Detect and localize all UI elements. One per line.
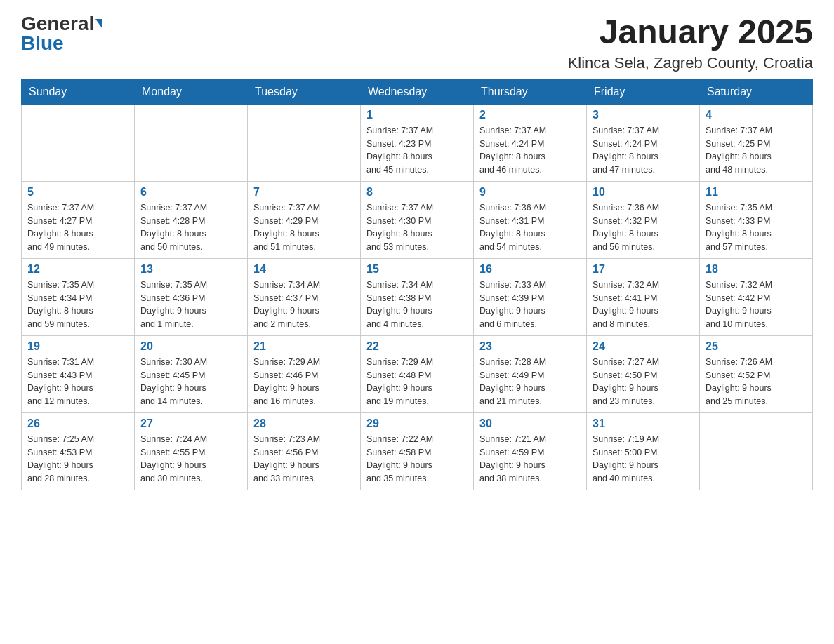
- logo-general-text: General: [21, 14, 94, 34]
- day-number: 15: [366, 263, 468, 276]
- calendar-cell: [22, 104, 135, 181]
- calendar-cell: 15Sunrise: 7:34 AM Sunset: 4:38 PM Dayli…: [361, 258, 474, 335]
- day-number: 4: [706, 109, 807, 121]
- day-number: 7: [253, 186, 355, 199]
- calendar-cell: 3Sunrise: 7:37 AM Sunset: 4:24 PM Daylig…: [587, 104, 700, 181]
- day-info: Sunrise: 7:37 AM Sunset: 4:23 PM Dayligh…: [366, 124, 468, 177]
- logo-arrow-icon: [95, 19, 102, 29]
- week-row-3: 12Sunrise: 7:35 AM Sunset: 4:34 PM Dayli…: [22, 258, 813, 335]
- day-number: 29: [366, 417, 468, 430]
- day-info: Sunrise: 7:29 AM Sunset: 4:46 PM Dayligh…: [253, 356, 355, 408]
- day-number: 16: [479, 263, 581, 276]
- calendar-cell: 28Sunrise: 7:23 AM Sunset: 4:56 PM Dayli…: [248, 412, 361, 490]
- day-number: 30: [479, 417, 581, 430]
- calendar-cell: 9Sunrise: 7:36 AM Sunset: 4:31 PM Daylig…: [474, 181, 587, 258]
- day-number: 18: [706, 263, 807, 276]
- day-info: Sunrise: 7:36 AM Sunset: 4:32 PM Dayligh…: [593, 201, 694, 254]
- day-info: Sunrise: 7:27 AM Sunset: 4:50 PM Dayligh…: [593, 356, 694, 408]
- day-number: 14: [253, 263, 355, 276]
- logo: General Blue: [21, 14, 102, 53]
- day-number: 25: [706, 340, 807, 353]
- calendar-cell: 6Sunrise: 7:37 AM Sunset: 4:28 PM Daylig…: [135, 181, 248, 258]
- day-info: Sunrise: 7:37 AM Sunset: 4:24 PM Dayligh…: [593, 124, 694, 177]
- day-info: Sunrise: 7:21 AM Sunset: 4:59 PM Dayligh…: [479, 433, 581, 485]
- day-number: 28: [253, 417, 355, 430]
- week-row-4: 19Sunrise: 7:31 AM Sunset: 4:43 PM Dayli…: [22, 335, 813, 412]
- calendar-cell: 14Sunrise: 7:34 AM Sunset: 4:37 PM Dayli…: [248, 258, 361, 335]
- day-number: 26: [27, 417, 128, 430]
- weekday-header-friday: Friday: [587, 79, 700, 104]
- weekday-header-sunday: Sunday: [22, 79, 135, 104]
- day-number: 8: [366, 186, 468, 199]
- day-info: Sunrise: 7:22 AM Sunset: 4:58 PM Dayligh…: [366, 433, 468, 485]
- page-header: General Blue January 2025 Klinca Sela, Z…: [21, 14, 813, 72]
- day-number: 10: [593, 186, 694, 199]
- day-info: Sunrise: 7:37 AM Sunset: 4:30 PM Dayligh…: [366, 201, 468, 254]
- calendar-cell: 26Sunrise: 7:25 AM Sunset: 4:53 PM Dayli…: [22, 412, 135, 490]
- calendar-cell: 23Sunrise: 7:28 AM Sunset: 4:49 PM Dayli…: [474, 335, 587, 412]
- day-info: Sunrise: 7:35 AM Sunset: 4:34 PM Dayligh…: [27, 279, 128, 331]
- day-info: Sunrise: 7:37 AM Sunset: 4:28 PM Dayligh…: [140, 201, 241, 254]
- day-number: 3: [593, 109, 694, 121]
- month-title: January 2025: [568, 14, 813, 51]
- day-info: Sunrise: 7:25 AM Sunset: 4:53 PM Dayligh…: [27, 433, 128, 485]
- calendar-cell: 20Sunrise: 7:30 AM Sunset: 4:45 PM Dayli…: [135, 335, 248, 412]
- week-row-5: 26Sunrise: 7:25 AM Sunset: 4:53 PM Dayli…: [22, 412, 813, 490]
- weekday-header-row: SundayMondayTuesdayWednesdayThursdayFrid…: [22, 79, 813, 104]
- calendar-cell: 5Sunrise: 7:37 AM Sunset: 4:27 PM Daylig…: [22, 181, 135, 258]
- day-info: Sunrise: 7:26 AM Sunset: 4:52 PM Dayligh…: [706, 356, 807, 408]
- day-number: 20: [140, 340, 241, 353]
- calendar-cell: 22Sunrise: 7:29 AM Sunset: 4:48 PM Dayli…: [361, 335, 474, 412]
- title-block: January 2025 Klinca Sela, Zagreb County,…: [568, 14, 813, 72]
- day-number: 17: [593, 263, 694, 276]
- day-info: Sunrise: 7:24 AM Sunset: 4:55 PM Dayligh…: [140, 433, 241, 485]
- day-info: Sunrise: 7:32 AM Sunset: 4:41 PM Dayligh…: [593, 279, 694, 331]
- calendar-cell: 16Sunrise: 7:33 AM Sunset: 4:39 PM Dayli…: [474, 258, 587, 335]
- day-number: 13: [140, 263, 241, 276]
- calendar-cell: 25Sunrise: 7:26 AM Sunset: 4:52 PM Dayli…: [700, 335, 813, 412]
- day-number: 5: [27, 186, 128, 199]
- day-info: Sunrise: 7:37 AM Sunset: 4:27 PM Dayligh…: [27, 201, 128, 254]
- calendar-cell: 17Sunrise: 7:32 AM Sunset: 4:41 PM Dayli…: [587, 258, 700, 335]
- day-info: Sunrise: 7:36 AM Sunset: 4:31 PM Dayligh…: [479, 201, 581, 254]
- day-number: 31: [593, 417, 694, 430]
- day-info: Sunrise: 7:32 AM Sunset: 4:42 PM Dayligh…: [706, 279, 807, 331]
- calendar-cell: [700, 412, 813, 490]
- day-number: 6: [140, 186, 241, 199]
- day-number: 19: [27, 340, 128, 353]
- day-info: Sunrise: 7:19 AM Sunset: 5:00 PM Dayligh…: [593, 433, 694, 485]
- calendar-cell: 27Sunrise: 7:24 AM Sunset: 4:55 PM Dayli…: [135, 412, 248, 490]
- day-info: Sunrise: 7:35 AM Sunset: 4:36 PM Dayligh…: [140, 279, 241, 331]
- day-number: 11: [706, 186, 807, 199]
- day-info: Sunrise: 7:31 AM Sunset: 4:43 PM Dayligh…: [27, 356, 128, 408]
- calendar-cell: 19Sunrise: 7:31 AM Sunset: 4:43 PM Dayli…: [22, 335, 135, 412]
- calendar-cell: 2Sunrise: 7:37 AM Sunset: 4:24 PM Daylig…: [474, 104, 587, 181]
- calendar-table: SundayMondayTuesdayWednesdayThursdayFrid…: [21, 79, 813, 490]
- day-info: Sunrise: 7:33 AM Sunset: 4:39 PM Dayligh…: [479, 279, 581, 331]
- day-info: Sunrise: 7:29 AM Sunset: 4:48 PM Dayligh…: [366, 356, 468, 408]
- week-row-2: 5Sunrise: 7:37 AM Sunset: 4:27 PM Daylig…: [22, 181, 813, 258]
- calendar-cell: 30Sunrise: 7:21 AM Sunset: 4:59 PM Dayli…: [474, 412, 587, 490]
- calendar-cell: 12Sunrise: 7:35 AM Sunset: 4:34 PM Dayli…: [22, 258, 135, 335]
- day-number: 12: [27, 263, 128, 276]
- day-info: Sunrise: 7:37 AM Sunset: 4:25 PM Dayligh…: [706, 124, 807, 177]
- day-number: 22: [366, 340, 468, 353]
- day-info: Sunrise: 7:37 AM Sunset: 4:29 PM Dayligh…: [253, 201, 355, 254]
- week-row-1: 1Sunrise: 7:37 AM Sunset: 4:23 PM Daylig…: [22, 104, 813, 181]
- calendar-cell: 13Sunrise: 7:35 AM Sunset: 4:36 PM Dayli…: [135, 258, 248, 335]
- calendar-cell: 8Sunrise: 7:37 AM Sunset: 4:30 PM Daylig…: [361, 181, 474, 258]
- calendar-cell: 24Sunrise: 7:27 AM Sunset: 4:50 PM Dayli…: [587, 335, 700, 412]
- day-info: Sunrise: 7:34 AM Sunset: 4:38 PM Dayligh…: [366, 279, 468, 331]
- logo-blue-text: Blue: [21, 34, 64, 53]
- weekday-header-tuesday: Tuesday: [248, 79, 361, 104]
- day-number: 21: [253, 340, 355, 353]
- weekday-header-monday: Monday: [135, 79, 248, 104]
- calendar-cell: 1Sunrise: 7:37 AM Sunset: 4:23 PM Daylig…: [361, 104, 474, 181]
- day-number: 9: [479, 186, 581, 199]
- calendar-cell: 7Sunrise: 7:37 AM Sunset: 4:29 PM Daylig…: [248, 181, 361, 258]
- calendar-cell: 18Sunrise: 7:32 AM Sunset: 4:42 PM Dayli…: [700, 258, 813, 335]
- location-title: Klinca Sela, Zagreb County, Croatia: [568, 54, 813, 72]
- weekday-header-thursday: Thursday: [474, 79, 587, 104]
- calendar-cell: 4Sunrise: 7:37 AM Sunset: 4:25 PM Daylig…: [700, 104, 813, 181]
- day-number: 1: [366, 109, 468, 121]
